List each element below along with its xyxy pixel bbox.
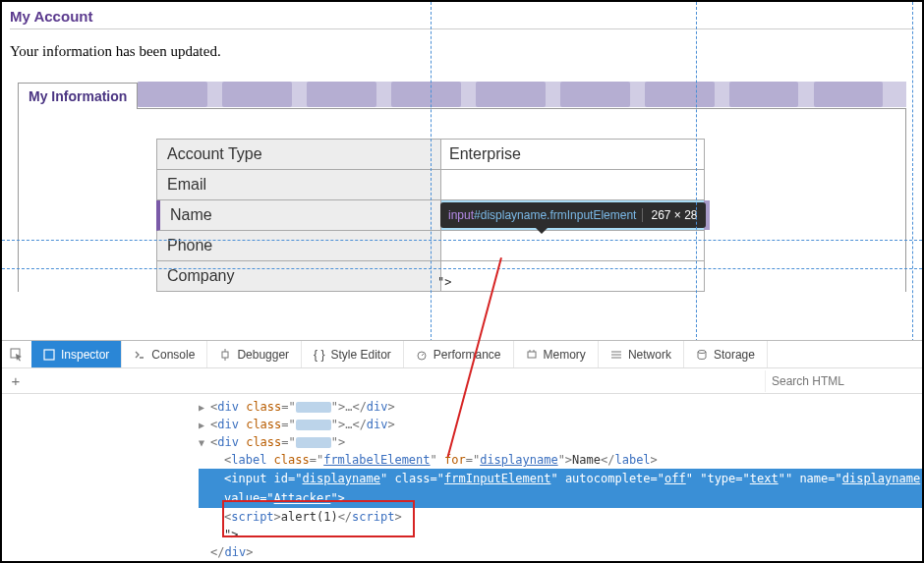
app-panel: My Account Your information has been upd…	[2, 2, 922, 342]
label-account-type: Account Type	[156, 139, 441, 170]
tab-row: My Information	[18, 82, 906, 109]
braces-icon: { }	[314, 348, 324, 362]
guide-line	[912, 2, 913, 342]
tooltip-dimensions: 267 × 28	[642, 208, 697, 222]
guide-line	[2, 240, 922, 241]
row-company: Company	[156, 261, 905, 292]
devtools-tab-style-editor[interactable]: { } Style Editor	[302, 341, 404, 367]
devtools-tab-storage[interactable]: Storage	[684, 341, 768, 367]
devtools-tab-inspector[interactable]: Inspector	[31, 341, 122, 367]
devtools-tabbar: Inspector Console Debugger { } Style Edi…	[2, 341, 922, 368]
row-email: Email	[156, 170, 905, 200]
element-inspect-tooltip: input#displayname.frmInputElement267 × 2…	[440, 202, 706, 228]
row-phone: Phone	[156, 231, 905, 261]
devtools-panel: Inspector Console Debugger { } Style Edi…	[2, 340, 922, 561]
value-account-type[interactable]: Enterprise	[441, 139, 705, 170]
tooltip-tag: input	[448, 208, 474, 222]
devtools-tab-console[interactable]: Console	[122, 341, 207, 367]
tab-my-information[interactable]: My Information	[18, 83, 138, 109]
value-company[interactable]	[441, 261, 705, 292]
guide-line	[696, 2, 697, 342]
tab-filler	[138, 82, 906, 107]
value-phone[interactable]	[441, 231, 705, 261]
devtools-tab-network[interactable]: Network	[599, 341, 684, 367]
guide-line	[431, 2, 432, 342]
guide-line	[2, 268, 922, 269]
form-area: Account Type Enterprise Email Name Attac…	[18, 109, 906, 292]
page-title: My Account	[10, 8, 914, 29]
svg-rect-7	[528, 352, 536, 358]
devtools-subbar: +	[2, 368, 922, 394]
dom-selected-node: <input id="displayname" class="frmInputE…	[199, 469, 922, 488]
label-email: Email	[156, 170, 441, 200]
value-email[interactable]	[441, 170, 705, 200]
redacted-tabs	[138, 82, 906, 107]
svg-rect-2	[222, 352, 228, 358]
label-company: Company	[156, 261, 441, 292]
tooltip-id: #displayname	[474, 208, 547, 222]
row-account-type: Account Type Enterprise	[156, 139, 905, 170]
svg-point-13	[698, 350, 706, 353]
devtools-tab-debugger[interactable]: Debugger	[207, 341, 302, 367]
label-phone: Phone	[156, 231, 441, 261]
svg-rect-1	[44, 350, 54, 360]
search-html-input[interactable]	[765, 370, 922, 392]
label-name: Name	[156, 200, 441, 231]
dom-tree[interactable]: ▶<div class="">…</div> ▶<div class="">…<…	[2, 394, 922, 561]
update-message: Your information has been updated.	[10, 43, 914, 60]
stray-injected-text: ">	[437, 275, 451, 289]
tooltip-class: .frmInputElement	[547, 208, 636, 222]
pick-element-icon[interactable]	[2, 348, 31, 362]
devtools-tab-performance[interactable]: Performance	[404, 341, 514, 367]
devtools-tab-memory[interactable]: Memory	[514, 341, 599, 367]
svg-line-6	[422, 354, 424, 356]
add-icon[interactable]: +	[2, 372, 29, 389]
